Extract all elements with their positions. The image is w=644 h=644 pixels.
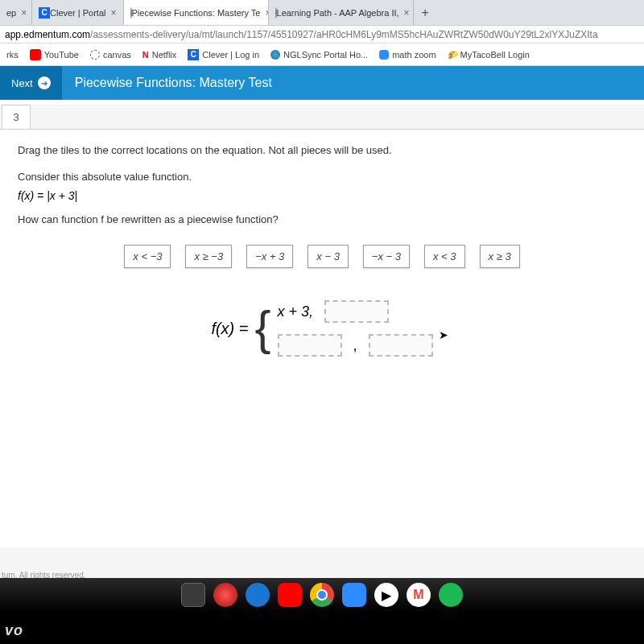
comma: , <box>353 337 357 354</box>
clever-icon: C <box>39 7 50 19</box>
browser-tab-clever[interactable]: C Clever | Portal × <box>32 0 124 25</box>
nglsync-icon <box>270 50 280 60</box>
zoom-icon[interactable] <box>342 583 366 607</box>
piecewise-equation: f(x) = { x + 3, , <box>18 300 626 357</box>
bookmarks-bar: rks YouTube canvas N Netflix C Clever | … <box>0 43 644 66</box>
clever-icon: C <box>188 49 199 60</box>
close-icon[interactable]: × <box>404 7 410 19</box>
url-domain: app.edmentum.com <box>5 29 90 40</box>
tacobell-icon: 🌮 <box>448 50 457 60</box>
next-button[interactable]: Next ➔ <box>0 66 62 100</box>
close-icon[interactable]: × <box>21 7 27 19</box>
browser-tab-0[interactable]: ep × <box>0 0 32 25</box>
play-icon[interactable]: ▶ <box>374 583 398 607</box>
spotify-icon[interactable] <box>439 583 463 607</box>
tab-label: Piecewise Functions: Mastery Te <box>132 8 261 18</box>
gmail-icon[interactable]: M <box>407 583 431 607</box>
drop-slot-bottom-condition[interactable] <box>369 334 433 357</box>
tab-label: Clever | Portal <box>50 8 106 18</box>
tile-x-lt-neg3[interactable]: x < −3 <box>124 245 171 268</box>
os-taskbar: ▶ M <box>0 578 644 612</box>
tile-x-minus3[interactable]: x − 3 <box>308 245 349 268</box>
tile-negx-plus3[interactable]: −x + 3 <box>246 245 293 268</box>
question-body: Drag the tiles to the correct locations … <box>0 129 644 547</box>
piece-top-expression: x + 3, <box>278 303 314 320</box>
arrow-right-icon: ➔ <box>38 76 51 89</box>
browser-tab-piecewise[interactable]: Piecewise Functions: Mastery Te × <box>124 0 269 25</box>
bookmark-clever-login[interactable]: C Clever | Log in <box>188 49 259 60</box>
next-label: Next <box>11 77 33 89</box>
lenovo-logo: vo <box>5 622 23 639</box>
tile-negx-minus3[interactable]: −x − 3 <box>363 245 410 268</box>
bookmark-rks[interactable]: rks <box>6 50 19 60</box>
mouse-cursor-icon: ➤ <box>439 328 448 341</box>
bookmark-canvas[interactable]: canvas <box>90 50 131 60</box>
tiles-row: x < −3 x ≥ −3 −x + 3 x − 3 −x − 3 x < 3 … <box>18 245 626 268</box>
instruction-text: Drag the tiles to the correct locations … <box>18 144 626 156</box>
youtube-icon <box>30 49 41 60</box>
camera-icon[interactable] <box>246 583 270 607</box>
new-tab-button[interactable]: + <box>414 0 437 25</box>
tile-x-gte-3[interactable]: x ≥ 3 <box>480 245 520 268</box>
drop-slot-top-condition[interactable] <box>324 300 389 323</box>
browser-tab-strip: ep × C Clever | Portal × Piecewise Funct… <box>0 0 644 26</box>
bookmark-netflix[interactable]: N Netflix <box>142 50 177 60</box>
settings-gear-icon[interactable] <box>213 583 237 607</box>
close-icon[interactable]: × <box>111 7 117 19</box>
canvas-icon <box>90 50 100 60</box>
bookmark-youtube[interactable]: YouTube <box>30 49 79 60</box>
chrome-icon[interactable] <box>310 583 334 607</box>
tab-label: Learning Path - AAP Algebra II, <box>277 8 399 18</box>
left-brace: { <box>255 304 271 353</box>
netflix-icon: N <box>142 50 149 60</box>
tile-x-lt-3[interactable]: x < 3 <box>424 245 465 268</box>
page-title: Piecewise Functions: Mastery Test <box>62 66 285 100</box>
zoom-icon <box>379 50 389 60</box>
bookmark-tacobell[interactable]: 🌮 MyTacoBell Login <box>448 50 530 60</box>
app-header: Next ➔ Piecewise Functions: Mastery Test <box>0 66 644 100</box>
url-bar[interactable]: app.edmentum.com /assessments-delivery/u… <box>0 26 644 43</box>
consider-text: Consider this absolute value function. <box>18 171 626 183</box>
bookmark-nglsync[interactable]: NGLSync Portal Ho... <box>270 50 368 60</box>
content-area: 3 Drag the tiles to the correct location… <box>0 105 644 580</box>
drop-slot-bottom-expression[interactable] <box>278 334 342 357</box>
function-definition: f(x) = |x + 3| <box>18 189 626 202</box>
bookmark-mathzoom[interactable]: math zoom <box>379 50 436 60</box>
rewrite-question: How can function f be rewritten as a pie… <box>18 213 626 225</box>
fx-label: f(x) = <box>211 320 248 338</box>
browser-tab-learning[interactable]: Learning Path - AAP Algebra II, × <box>269 0 414 25</box>
youtube-icon[interactable] <box>278 583 302 607</box>
files-icon[interactable] <box>181 583 205 607</box>
url-path: /assessments-delivery/ua/mt/launch/1157/… <box>90 29 598 40</box>
tile-x-gte-neg3[interactable]: x ≥ −3 <box>185 245 232 268</box>
question-number-tab[interactable]: 3 <box>2 105 31 129</box>
